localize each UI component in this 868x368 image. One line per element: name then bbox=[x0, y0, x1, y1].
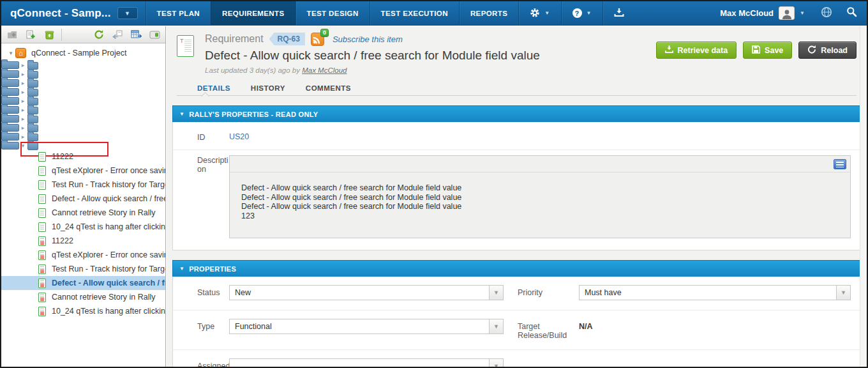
export-table-button[interactable] bbox=[128, 28, 144, 42]
tree-root-project[interactable]: ▾ qConnect - Sample Project bbox=[1, 46, 165, 60]
tree-item-cannot-retrieve-story-flagged[interactable]: Cannot retrieve Story in Rally bbox=[1, 290, 165, 304]
requirement-doc-flagged-icon bbox=[38, 293, 46, 302]
language-globe-button[interactable] bbox=[814, 1, 839, 25]
globe-icon bbox=[821, 6, 832, 20]
requirement-doc-flagged-icon bbox=[38, 264, 46, 274]
search-icon bbox=[846, 6, 857, 20]
rich-text-editor-icon[interactable] bbox=[834, 159, 846, 169]
artifact-type-label: Requirement bbox=[205, 33, 264, 45]
target-release-value: N/A bbox=[579, 319, 851, 331]
tree-item-10-24-qtest-hang-flagged[interactable]: 10_24 qTest is hang after clicking R bbox=[1, 304, 165, 318]
project-dropdown-button[interactable]: ▼ bbox=[117, 7, 138, 19]
nav-reports[interactable]: REPORTS bbox=[459, 1, 518, 25]
caret-right-icon[interactable]: ▸ bbox=[19, 125, 27, 131]
chevron-down-icon: ▼ bbox=[800, 10, 805, 16]
caret-right-icon[interactable]: ▸ bbox=[19, 107, 27, 113]
description-text: Defect - Allow quick search / free searc… bbox=[230, 172, 850, 220]
nav-test-execution[interactable]: TEST EXECUTION bbox=[370, 1, 459, 25]
assigned-row: Assigned ▼ bbox=[173, 350, 861, 367]
type-target-row: Type Functional ▼ Target Release/Build N… bbox=[173, 310, 861, 350]
header-buttons: Retrieve data Save Reload bbox=[656, 42, 857, 59]
nav-test-design[interactable]: TEST DESIGN bbox=[296, 1, 370, 25]
refresh-button[interactable] bbox=[91, 28, 107, 42]
caret-right-icon[interactable]: ▸ bbox=[19, 80, 27, 86]
main-content: Requirement RQ-63 0 Subscribe this item … bbox=[167, 26, 867, 367]
top-navigation-bar: qConnect - Samp... ▼ TEST PLAN REQUIREME… bbox=[1, 1, 867, 26]
collapse-caret-icon[interactable]: ▼ bbox=[179, 111, 184, 117]
tree-item-11222-flagged[interactable]: 11222 bbox=[1, 234, 165, 248]
caret-right-icon[interactable]: ▸ bbox=[19, 89, 27, 95]
chevron-down-icon: ▼ bbox=[836, 286, 850, 300]
chevron-down-icon: ▼ bbox=[489, 359, 503, 367]
chevron-down-icon: ▼ bbox=[489, 319, 503, 334]
chevron-down-icon: ▼ bbox=[124, 10, 130, 17]
caret-right-icon[interactable]: ▸ bbox=[19, 134, 27, 140]
tree-item-defect-quick-search-selected[interactable]: Defect - Allow quick search / free bbox=[1, 276, 165, 290]
requirement-doc-flagged-icon bbox=[38, 250, 46, 260]
tab-comments[interactable]: COMMENTS bbox=[296, 80, 361, 95]
search-button[interactable] bbox=[839, 1, 867, 25]
tree-item-test-run-track-history[interactable]: Test Run - Track history for Target bbox=[1, 178, 165, 192]
nav-help-menu[interactable]: ? ▼ bbox=[561, 1, 602, 25]
type-label: Type bbox=[197, 319, 229, 331]
caret-down-icon[interactable]: ▾ bbox=[19, 142, 27, 149]
nav-settings-menu[interactable]: ▼ bbox=[518, 1, 560, 25]
subscribe-link[interactable]: Subscribe this item bbox=[333, 34, 403, 44]
sidebar-toolbar bbox=[1, 26, 165, 43]
rally-id-link[interactable]: US20 bbox=[229, 132, 851, 142]
tree-item-defect-quick-search[interactable]: Defect - Allow quick search / free s bbox=[1, 192, 165, 206]
tree-item-qtest-explorer-error-flagged[interactable]: qTest eXplorer - Error once saving bbox=[1, 248, 165, 262]
tree-item-10-24-qtest-hang[interactable]: 10_24 qTest is hang after clicking R bbox=[1, 220, 165, 234]
avatar bbox=[779, 6, 795, 20]
caret-down-icon[interactable]: ▾ bbox=[6, 50, 15, 56]
updated-by-user-link[interactable]: Max McCloud bbox=[302, 66, 347, 74]
rally-properties-panel: ▼ RALLY'S PROPERTIES - READ ONLY ID US20… bbox=[172, 105, 862, 250]
description-label: Description bbox=[197, 155, 229, 238]
user-menu[interactable]: Max McCloud ▼ bbox=[711, 1, 814, 25]
nav-download[interactable] bbox=[602, 1, 635, 25]
import-button[interactable] bbox=[110, 28, 125, 42]
nav-test-plan[interactable]: TEST PLAN bbox=[146, 1, 211, 25]
requirement-doc-flagged-icon bbox=[38, 279, 46, 288]
save-button[interactable]: Save bbox=[743, 42, 792, 59]
add-requirement-button[interactable] bbox=[23, 28, 38, 42]
status-select[interactable]: New ▼ bbox=[229, 285, 504, 300]
tree-item-cannot-retrieve-story[interactable]: Cannot retrieve Story in Rally bbox=[1, 206, 165, 220]
requirement-doc-icon-large bbox=[177, 35, 194, 57]
download-icon bbox=[665, 45, 673, 56]
tree-item-11222[interactable]: 11222 bbox=[1, 150, 165, 164]
recycle-bin-button[interactable] bbox=[41, 28, 57, 42]
toggle-view-button[interactable] bbox=[147, 28, 162, 42]
caret-right-icon[interactable]: ▸ bbox=[19, 62, 27, 68]
description-toolbar bbox=[230, 156, 850, 172]
requirement-doc-icon bbox=[38, 208, 46, 218]
chevron-down-icon: ▼ bbox=[544, 10, 550, 16]
rss-count-badge: 0 bbox=[320, 29, 329, 37]
tab-history[interactable]: HISTORY bbox=[241, 80, 296, 95]
nav-requirements[interactable]: REQUIREMENTS bbox=[211, 1, 295, 25]
caret-right-icon[interactable]: ▸ bbox=[19, 116, 27, 122]
requirement-doc-icon bbox=[38, 222, 46, 232]
tree-item-test-run-track-history-flagged[interactable]: Test Run - Track history for Target bbox=[1, 262, 165, 276]
requirements-tree: ▾ qConnect - Sample Project ▸Activity St… bbox=[1, 43, 165, 318]
reload-button[interactable]: Reload bbox=[798, 42, 857, 59]
tree-item-imported-from-rally[interactable]: ▾ Imported from Rally bbox=[1, 142, 19, 150]
tab-details[interactable]: DETAILS bbox=[187, 80, 241, 95]
retrieve-data-button[interactable]: Retrieve data bbox=[656, 42, 737, 59]
requirement-doc-icon bbox=[38, 166, 46, 176]
properties-header[interactable]: ▼ PROPERTIES bbox=[172, 260, 862, 277]
caret-right-icon[interactable]: ▸ bbox=[19, 71, 27, 77]
caret-right-icon[interactable]: ▸ bbox=[19, 98, 27, 104]
tree-item-qtest-explorer-error[interactable]: qTest eXplorer - Error once saving bbox=[1, 164, 165, 178]
collapse-caret-icon[interactable]: ▼ bbox=[179, 266, 184, 272]
requirement-id-badge: RQ-63 bbox=[269, 33, 305, 45]
id-label: ID bbox=[197, 132, 229, 142]
add-folder-button[interactable] bbox=[4, 28, 20, 42]
priority-select[interactable]: Must have ▼ bbox=[579, 285, 851, 300]
vertical-scrollbar[interactable] bbox=[860, 26, 867, 367]
project-selector[interactable]: qConnect - Samp... ▼ bbox=[1, 1, 146, 25]
type-select[interactable]: Functional ▼ bbox=[229, 319, 504, 334]
rss-subscribe-icon[interactable]: 0 bbox=[311, 33, 324, 46]
rally-properties-header[interactable]: ▼ RALLY'S PROPERTIES - READ ONLY bbox=[172, 105, 862, 122]
assigned-select[interactable]: ▼ bbox=[229, 358, 504, 367]
